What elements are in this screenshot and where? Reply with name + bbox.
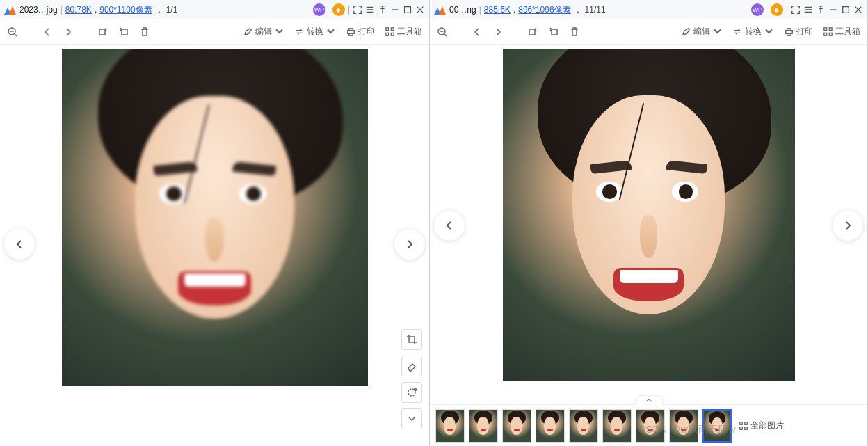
toolbar: 编辑 转换 打印 工具箱 [0,19,429,45]
thumbnail[interactable] [502,409,531,443]
prev-button[interactable] [42,26,53,38]
svg-rect-0 [405,7,411,13]
side-tools [401,329,422,429]
svg-point-12 [415,389,417,391]
menu-icon[interactable] [803,5,813,15]
minimize-icon[interactable] [828,5,838,15]
svg-rect-26 [740,427,743,429]
pin-icon[interactable] [378,5,387,15]
svg-rect-3 [122,29,127,35]
maximize-icon[interactable] [403,5,412,15]
svg-rect-8 [391,28,394,31]
delete-button[interactable] [569,26,580,38]
image-viewport [0,45,429,446]
fullscreen-icon[interactable] [791,5,801,15]
thumbnail[interactable] [602,409,632,443]
thumbnail[interactable] [435,409,465,443]
minimize-icon[interactable] [390,5,400,15]
svg-rect-7 [386,28,389,31]
thumbnail[interactable] [702,409,732,443]
svg-rect-19 [787,33,791,35]
zoom-out-button[interactable] [437,26,448,38]
zoom-out-button[interactable] [7,26,18,38]
prev-image-button[interactable] [4,229,35,260]
next-button[interactable] [492,26,504,38]
file-dimensions-link[interactable]: 900*1100像素 [99,4,152,16]
svg-rect-25 [745,422,748,424]
svg-rect-27 [745,427,748,429]
svg-rect-18 [787,29,791,31]
svg-rect-20 [824,28,827,31]
svg-rect-10 [391,33,394,35]
edit-button[interactable]: 编辑 [681,26,723,38]
svg-rect-16 [552,29,557,35]
close-icon[interactable] [853,5,863,15]
next-image-button[interactable] [833,210,863,241]
more-tool[interactable] [401,408,422,429]
toolbox-button[interactable]: 工具箱 [385,26,422,38]
app-logo-icon [4,3,17,16]
file-index: 11/11 [585,5,606,15]
file-dimensions-link[interactable]: 896*1096像素 [518,4,570,16]
thumbnail[interactable] [569,409,598,443]
svg-rect-2 [99,29,105,35]
thumbnail-collapse-tab[interactable] [635,395,663,405]
close-icon[interactable] [415,5,425,15]
svg-rect-5 [349,29,353,31]
next-image-button[interactable] [394,229,425,260]
circle-tool[interactable] [401,382,422,403]
menu-icon[interactable] [365,5,375,15]
next-button[interactable] [63,26,74,38]
file-name: 2023…jpg [19,5,58,15]
convert-button[interactable]: 转换 [294,26,336,38]
all-images-button[interactable]: 全部图片 [739,420,784,431]
app-logo-icon [434,3,447,16]
edit-button[interactable]: 编辑 [243,26,284,38]
svg-rect-9 [386,33,389,35]
svg-rect-13 [843,7,849,13]
print-button[interactable]: 打印 [784,26,813,38]
wp-badge-icon[interactable]: WP [751,3,764,16]
print-button[interactable]: 打印 [346,26,375,38]
thumbnail[interactable] [469,409,498,443]
svg-rect-24 [740,422,743,424]
prev-image-button[interactable] [434,210,465,241]
convert-button[interactable]: 转换 [732,26,774,38]
toolbox-button[interactable]: 工具箱 [823,26,860,38]
file-name: 00…ng [449,5,476,15]
image-viewport [430,45,867,404]
delete-button[interactable] [139,26,150,38]
rotate-left-button[interactable] [527,26,538,38]
thumbnail[interactable] [536,409,565,443]
file-size-link[interactable]: 885.6K [484,5,511,15]
thumbnail[interactable] [669,409,698,443]
rotate-right-button[interactable] [548,26,559,38]
titlebar: 2023…jpg | 80.78K , 900*1100像素 ， 1/1 WP … [0,0,429,19]
thumbnail-strip: 全部图片 [430,404,867,446]
crop-tool[interactable] [401,329,422,350]
right-pane: 00…ng | 885.6K , 896*1096像素 ， 11/11 WP ◆… [430,0,868,446]
hex-badge-icon[interactable]: ◆ [332,3,345,16]
svg-rect-23 [829,33,832,35]
thumbnail[interactable] [636,409,665,443]
rotate-left-button[interactable] [97,26,108,38]
wp-badge-icon[interactable]: WP [313,3,326,16]
file-index: 1/1 [166,5,178,15]
fullscreen-icon[interactable] [353,5,362,15]
svg-rect-21 [829,28,832,31]
pin-icon[interactable] [816,5,826,15]
maximize-icon[interactable] [841,5,851,15]
file-size-link[interactable]: 80.78K [65,5,92,15]
svg-rect-22 [824,33,827,35]
main-image[interactable] [62,49,368,386]
titlebar: 00…ng | 885.6K , 896*1096像素 ， 11/11 WP ◆… [430,0,867,19]
main-image[interactable] [503,49,795,381]
left-pane: 2023…jpg | 80.78K , 900*1100像素 ， 1/1 WP … [0,0,430,446]
toolbar: 编辑 转换 打印 工具箱 [430,19,867,45]
prev-button[interactable] [472,26,483,38]
erase-tool[interactable] [401,356,422,376]
svg-rect-6 [349,33,353,35]
svg-rect-15 [529,29,535,35]
rotate-right-button[interactable] [118,26,129,38]
hex-badge-icon[interactable]: ◆ [771,3,783,16]
